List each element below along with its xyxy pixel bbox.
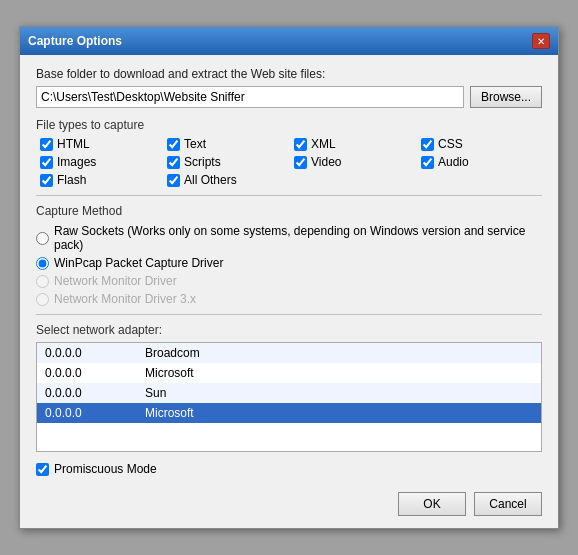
radio-netmonitor3x-input: [36, 293, 49, 306]
divider-1: [36, 195, 542, 196]
radio-netmonitor-input: [36, 275, 49, 288]
checkbox-text[interactable]: Text: [167, 137, 288, 151]
checkbox-video[interactable]: Video: [294, 155, 415, 169]
checkbox-text-input[interactable]: [167, 138, 180, 151]
capture-options-dialog: Capture Options ✕ Base folder to downloa…: [19, 26, 559, 529]
promiscuous-label: Promiscuous Mode: [54, 462, 157, 476]
dialog-body: Base folder to download and extract the …: [20, 55, 558, 528]
folder-path-input[interactable]: [36, 86, 464, 108]
file-types-label: File types to capture: [36, 118, 542, 132]
checkbox-flash-label: Flash: [57, 173, 86, 187]
checkbox-allothers[interactable]: All Others: [167, 173, 288, 187]
adapter-ip: 0.0.0.0: [37, 363, 137, 383]
checkbox-css-input[interactable]: [421, 138, 434, 151]
checkbox-flash[interactable]: Flash: [40, 173, 161, 187]
network-adapter-table-wrap[interactable]: 0.0.0.0 Broadcom 0.0.0.0 Microsoft 0.0.0…: [36, 342, 542, 452]
checkbox-audio-label: Audio: [438, 155, 469, 169]
checkbox-html-label: HTML: [57, 137, 90, 151]
close-button[interactable]: ✕: [532, 33, 550, 49]
checkbox-xml-input[interactable]: [294, 138, 307, 151]
checkbox-flash-input[interactable]: [40, 174, 53, 187]
radio-netmonitor-label: Network Monitor Driver: [54, 274, 177, 288]
radio-winpcap[interactable]: WinPcap Packet Capture Driver: [36, 256, 542, 270]
checkbox-images-label: Images: [57, 155, 96, 169]
adapter-name: Sun: [137, 383, 541, 403]
adapter-ip: 0.0.0.0: [37, 343, 137, 363]
adapter-name: Microsoft: [137, 403, 541, 423]
network-adapter-section: Select network adapter: 0.0.0.0 Broadcom…: [36, 323, 542, 452]
divider-2: [36, 314, 542, 315]
checkbox-css-label: CSS: [438, 137, 463, 151]
adapter-ip: 0.0.0.0: [37, 403, 137, 423]
adapter-name: Broadcom: [137, 343, 541, 363]
promiscuous-checkbox[interactable]: [36, 463, 49, 476]
radio-winpcap-input[interactable]: [36, 257, 49, 270]
checkbox-allothers-input[interactable]: [167, 174, 180, 187]
checkbox-html[interactable]: HTML: [40, 137, 161, 151]
title-bar: Capture Options ✕: [20, 27, 558, 55]
browse-button[interactable]: Browse...: [470, 86, 542, 108]
adapter-ip: 0.0.0.0: [37, 383, 137, 403]
checkbox-audio-input[interactable]: [421, 156, 434, 169]
ok-button[interactable]: OK: [398, 492, 466, 516]
radio-netmonitor: Network Monitor Driver: [36, 274, 542, 288]
checkbox-html-input[interactable]: [40, 138, 53, 151]
radio-rawsockets-input[interactable]: [36, 232, 49, 245]
network-adapter-title: Select network adapter:: [36, 323, 542, 337]
dialog-title: Capture Options: [28, 34, 122, 48]
checkbox-images[interactable]: Images: [40, 155, 161, 169]
checkbox-scripts[interactable]: Scripts: [167, 155, 288, 169]
radio-rawsockets-label: Raw Sockets (Works only on some systems,…: [54, 224, 542, 252]
checkbox-images-input[interactable]: [40, 156, 53, 169]
table-row[interactable]: 0.0.0.0 Sun: [37, 383, 541, 403]
radio-netmonitor3x: Network Monitor Driver 3.x: [36, 292, 542, 306]
table-row-selected[interactable]: 0.0.0.0 Microsoft: [37, 403, 541, 423]
folder-row: Browse...: [36, 86, 542, 108]
radio-rawsockets[interactable]: Raw Sockets (Works only on some systems,…: [36, 224, 542, 252]
button-row: OK Cancel: [36, 488, 542, 516]
checkbox-css[interactable]: CSS: [421, 137, 542, 151]
table-row[interactable]: 0.0.0.0 Microsoft: [37, 363, 541, 383]
checkbox-allothers-label: All Others: [184, 173, 237, 187]
adapter-name: Microsoft: [137, 363, 541, 383]
checkbox-scripts-input[interactable]: [167, 156, 180, 169]
checkbox-video-input[interactable]: [294, 156, 307, 169]
checkbox-audio[interactable]: Audio: [421, 155, 542, 169]
file-types-grid: HTML Text XML CSS Images Scripts: [36, 137, 542, 187]
checkbox-video-label: Video: [311, 155, 341, 169]
network-adapter-table: 0.0.0.0 Broadcom 0.0.0.0 Microsoft 0.0.0…: [37, 343, 541, 423]
checkbox-scripts-label: Scripts: [184, 155, 221, 169]
checkbox-xml-label: XML: [311, 137, 336, 151]
radio-winpcap-label: WinPcap Packet Capture Driver: [54, 256, 223, 270]
capture-method-section: Capture Method Raw Sockets (Works only o…: [36, 204, 542, 306]
folder-section-label: Base folder to download and extract the …: [36, 67, 542, 81]
capture-method-title: Capture Method: [36, 204, 542, 218]
promiscuous-mode-row[interactable]: Promiscuous Mode: [36, 462, 542, 476]
cancel-button[interactable]: Cancel: [474, 492, 542, 516]
checkbox-text-label: Text: [184, 137, 206, 151]
table-row[interactable]: 0.0.0.0 Broadcom: [37, 343, 541, 363]
radio-netmonitor3x-label: Network Monitor Driver 3.x: [54, 292, 196, 306]
checkbox-xml[interactable]: XML: [294, 137, 415, 151]
